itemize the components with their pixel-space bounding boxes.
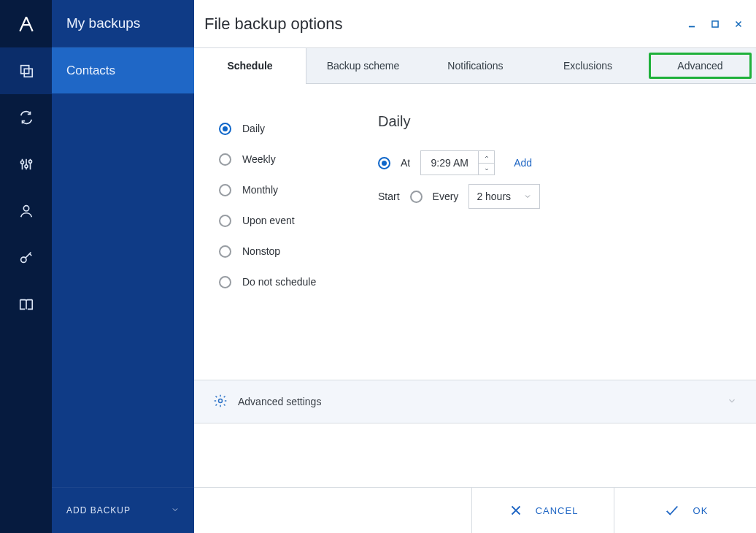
footer: CANCEL OK — [194, 487, 756, 533]
at-label: At — [401, 157, 410, 169]
backups-list: Contacts — [52, 47, 194, 487]
radio-monthly[interactable]: Monthly — [219, 175, 365, 205]
tab-schedule[interactable]: Schedule — [194, 48, 306, 83]
minimize-button[interactable] — [684, 17, 699, 31]
advanced-settings-toggle[interactable]: Advanced settings — [194, 380, 756, 423]
add-time-link[interactable]: Add — [514, 157, 532, 169]
radio-daily[interactable]: Daily — [219, 113, 365, 144]
gear-icon — [213, 394, 228, 410]
svg-point-6 — [20, 257, 26, 262]
time-value: 9:29 AM — [421, 157, 478, 169]
tab-backup-scheme[interactable]: Backup scheme — [306, 48, 419, 83]
every-label: Every — [433, 191, 459, 202]
nav-rail — [0, 0, 52, 533]
schedule-detail: Daily At 9:29 AM Add Start — [365, 113, 736, 297]
radio-weekly[interactable]: Weekly — [219, 144, 365, 175]
tab-notifications[interactable]: Notifications — [419, 48, 531, 83]
svg-rect-1 — [24, 69, 32, 77]
svg-point-8 — [219, 399, 223, 402]
svg-rect-7 — [712, 20, 718, 26]
svg-point-3 — [24, 165, 27, 168]
radio-dot-icon — [219, 184, 231, 196]
nav-tweaks-icon[interactable] — [0, 141, 52, 188]
ok-button[interactable]: OK — [614, 488, 756, 533]
page-title: File backup options — [204, 15, 343, 34]
add-backup-button[interactable]: ADD BACKUP — [52, 487, 194, 533]
tab-exclusions[interactable]: Exclusions — [531, 48, 644, 83]
ok-label: OK — [693, 505, 709, 516]
radio-at[interactable] — [378, 157, 390, 169]
nav-key-icon[interactable] — [0, 234, 52, 281]
backup-item-label: Contacts — [66, 64, 115, 78]
every-select[interactable]: 2 hours — [468, 184, 540, 209]
schedule-detail-title: Daily — [378, 113, 736, 130]
radio-dot-icon — [219, 153, 231, 166]
tab-body: Daily Weekly Monthly Upon event Nonstop … — [194, 84, 756, 487]
radio-dot-icon — [219, 123, 231, 135]
time-input[interactable]: 9:29 AM — [420, 150, 495, 175]
chevron-down-icon — [727, 396, 737, 408]
svg-point-5 — [23, 206, 28, 211]
spinner-up-icon[interactable] — [479, 151, 494, 163]
window-controls — [684, 17, 746, 31]
radio-upon-event[interactable]: Upon event — [219, 205, 365, 236]
radio-do-not-schedule[interactable]: Do not schedule — [219, 266, 365, 297]
radio-nonstop[interactable]: Nonstop — [219, 236, 365, 266]
nav-sync-icon[interactable] — [0, 94, 52, 141]
svg-rect-0 — [20, 66, 28, 74]
brand-logo — [0, 0, 52, 47]
radio-every[interactable] — [410, 191, 423, 203]
tab-advanced[interactable]: Advanced — [644, 48, 756, 83]
advanced-settings-label: Advanced settings — [238, 396, 321, 407]
every-value: 2 hours — [477, 191, 511, 202]
footer-spacer — [194, 488, 471, 533]
schedule-type-group: Daily Weekly Monthly Upon event Nonstop … — [219, 113, 365, 297]
radio-dot-icon — [219, 276, 231, 288]
backups-panel: My backups Contacts ADD BACKUP — [52, 0, 194, 533]
time-spinner — [478, 151, 494, 175]
close-button[interactable] — [731, 17, 746, 31]
chevron-down-icon — [171, 505, 180, 516]
svg-point-4 — [28, 160, 31, 163]
radio-dot-icon — [219, 215, 231, 227]
nav-docs-icon[interactable] — [0, 281, 52, 328]
backups-heading: My backups — [52, 0, 194, 47]
cancel-label: CANCEL — [536, 505, 579, 516]
tabs: Schedule Backup scheme Notifications Exc… — [194, 47, 756, 84]
svg-point-2 — [20, 161, 23, 164]
nav-account-icon[interactable] — [0, 188, 52, 234]
nav-backup-icon[interactable] — [0, 47, 52, 94]
maximize-button[interactable] — [708, 17, 722, 31]
cancel-button[interactable]: CANCEL — [471, 488, 614, 533]
titlebar: File backup options — [194, 0, 756, 47]
backup-item-contacts[interactable]: Contacts — [52, 47, 194, 93]
start-label: Start — [378, 191, 400, 202]
main-panel: File backup options Schedule Backup sche… — [194, 0, 756, 533]
spinner-down-icon[interactable] — [479, 163, 494, 175]
add-backup-label: ADD BACKUP — [66, 505, 131, 515]
radio-dot-icon — [219, 245, 231, 258]
chevron-down-icon — [523, 192, 532, 201]
